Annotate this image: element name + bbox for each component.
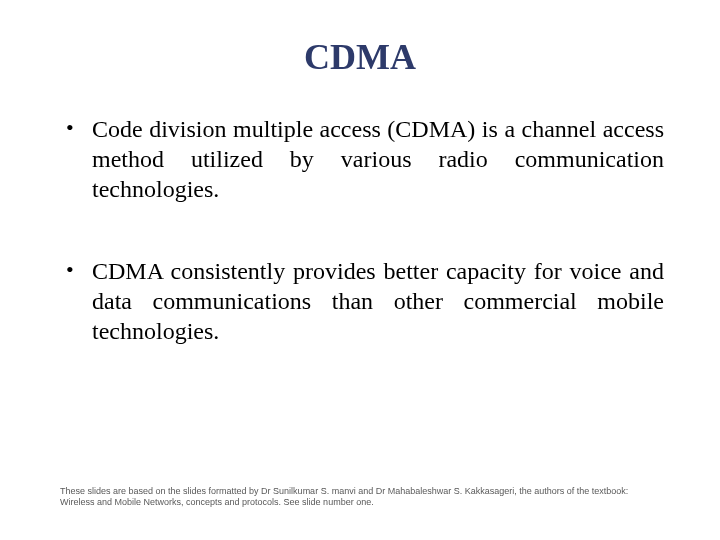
bullets-list: Code division multiple access (CDMA) is … xyxy=(48,114,672,346)
slide-title: CDMA xyxy=(48,36,672,78)
slide: CDMA Code division multiple access (CDMA… xyxy=(0,0,720,540)
footer-note: These slides are based on the slides for… xyxy=(60,486,660,509)
list-item: Code division multiple access (CDMA) is … xyxy=(66,114,664,204)
list-item: CDMA consistently provides better capaci… xyxy=(66,256,664,346)
